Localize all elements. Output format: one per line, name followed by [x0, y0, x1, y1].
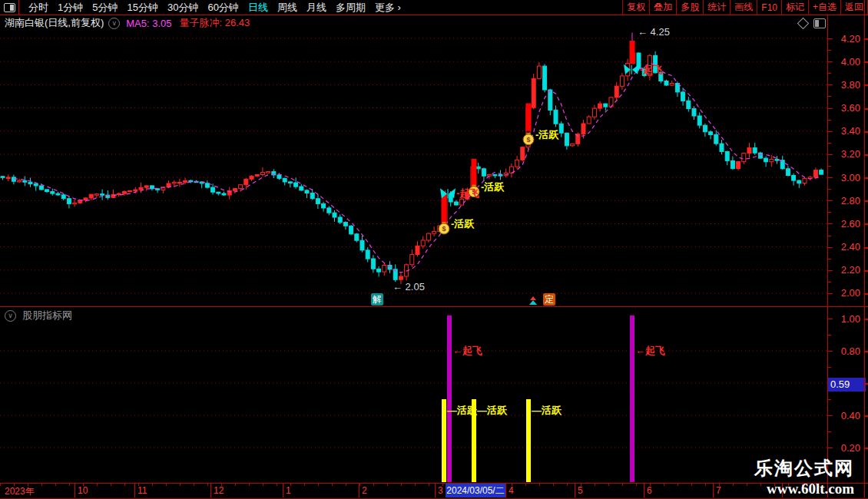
indicator-bar-chart[interactable]: —活跃←起飞—活跃—活跃←起飞	[0, 306, 827, 483]
watermark-url: www.60lt.com	[754, 481, 854, 497]
price-tick	[828, 61, 833, 62]
high-price-annotation: ← 4.25	[638, 26, 670, 38]
price-tick	[828, 270, 833, 271]
price-tick-label: 2.80	[841, 195, 860, 207]
edge-tick	[864, 319, 868, 320]
title-right-icons	[799, 18, 826, 28]
overlay-button[interactable]: 叠加	[649, 0, 676, 15]
indicator-tick-label: 0.80	[841, 345, 860, 357]
adjust-rights-button[interactable]: 复权	[622, 0, 649, 15]
indicator-tick	[828, 415, 833, 416]
chevron-down-icon[interactable]: ∨	[5, 310, 16, 322]
add-watchlist-button[interactable]: +自选	[808, 0, 840, 15]
edge-tick	[864, 154, 868, 156]
window-split-icon[interactable]	[813, 18, 826, 28]
price-tick-label: 2.40	[841, 241, 860, 253]
edge-tick	[864, 38, 868, 40]
price-tick-label: 3.20	[841, 148, 860, 160]
price-tick-label: 4.20	[841, 33, 860, 45]
month-divider	[435, 484, 436, 497]
price-tick	[828, 50, 831, 51]
panel-divider-line	[0, 306, 868, 307]
date-label: 5	[578, 485, 583, 496]
edge-tick	[864, 270, 868, 272]
price-tick	[828, 189, 831, 190]
multi-stock-button[interactable]: 多股	[676, 0, 703, 15]
price-tick	[828, 177, 833, 178]
indicator-tick	[828, 351, 833, 352]
month-divider	[134, 484, 135, 497]
diamond-icon[interactable]	[797, 18, 810, 30]
draw-line-button[interactable]: 画线	[730, 0, 757, 15]
month-divider	[283, 484, 283, 497]
edge-tick	[864, 84, 868, 86]
date-axis[interactable]: 2024/03/05/二 2023年1011121234567	[0, 483, 868, 499]
indicator-bars	[442, 316, 634, 482]
edge-tick	[864, 383, 868, 385]
watermark-site-name: 乐淘公式网	[754, 456, 854, 481]
huoyue-bar-label: —活跃	[477, 405, 508, 416]
indicator-tick-label: 0.40	[841, 410, 860, 421]
price-tick	[828, 293, 833, 294]
price-tick	[828, 236, 831, 236]
date-label: 12	[214, 485, 224, 496]
date-label: 4	[509, 485, 514, 496]
timeframe-intraday[interactable]: 分时	[24, 1, 53, 15]
date-label: 1	[286, 485, 291, 496]
toolbar-separator	[18, 0, 19, 15]
trading-app-window: 分时1分钟5分钟15分钟30分钟60分钟日线周线月线多周期更多 › 复权叠加多股…	[0, 0, 868, 499]
month-divider	[505, 484, 506, 497]
timeframe-multi-period[interactable]: 多周期	[331, 1, 370, 15]
price-tick-label: 4.00	[841, 56, 860, 68]
price-tick	[828, 131, 833, 132]
date-label: 10	[78, 485, 88, 496]
edge-tick	[864, 448, 868, 449]
chevron-down-icon[interactable]: ∨	[108, 18, 120, 29]
indicator-tick-label: 0.20	[841, 442, 860, 454]
price-axis: 4.204.003.803.603.403.203.002.802.602.40…	[828, 15, 864, 306]
price-tick-label: 3.80	[841, 79, 860, 91]
quantum-pulse-value: 量子脉冲: 26.43	[180, 16, 250, 30]
ding-marker-badge[interactable]: 定	[543, 293, 555, 306]
instrument-title: 湖南白银(日线,前复权)	[5, 16, 104, 30]
timeframe-m15[interactable]: 15分钟	[122, 1, 162, 15]
indicator-panel-header: ∨ 股朋指标网	[5, 309, 72, 322]
timeframe-monthly[interactable]: 月线	[302, 1, 331, 15]
f10-button[interactable]: F10	[757, 0, 781, 15]
timeframe-m5[interactable]: 5分钟	[88, 1, 122, 15]
timeframe-daily[interactable]: 日线	[244, 1, 273, 15]
selected-date-badge: 2024/03/05/二	[446, 484, 505, 497]
timeframe-m1[interactable]: 1分钟	[53, 1, 88, 15]
date-label: 2023年	[5, 485, 35, 498]
indicator-panel-name: 股朋指标网	[22, 309, 72, 322]
timeframe-more[interactable]: 更多 ›	[370, 1, 406, 15]
jie-marker-badge[interactable]: 解	[371, 293, 383, 306]
date-label: 3	[438, 485, 443, 496]
money-bag-icon: $	[439, 222, 449, 234]
price-tick-label: 2.60	[841, 218, 860, 230]
edge-tick	[864, 351, 868, 352]
timeframe-m60[interactable]: 60分钟	[203, 1, 243, 15]
timeframe-weekly[interactable]: 周线	[273, 1, 302, 15]
price-tick	[828, 166, 831, 167]
price-tick	[828, 73, 831, 74]
price-tick	[828, 143, 831, 144]
frame-top-line	[0, 15, 868, 15]
watermark: 乐淘公式网 www.60lt.com	[754, 456, 854, 497]
price-tick	[828, 212, 831, 213]
layout-icon[interactable]	[4, 3, 15, 12]
timeframe-m30[interactable]: 30分钟	[163, 1, 203, 15]
huoyue-label: -活跃	[535, 129, 559, 140]
mark-button[interactable]: 标记	[781, 0, 808, 15]
edge-tick	[864, 415, 868, 417]
main-candlestick-chart[interactable]: $-活跃$-活跃$-活跃-起飞-起飞	[0, 15, 827, 306]
money-bag-icon: $	[523, 133, 534, 145]
statistics-button[interactable]: 统计	[703, 0, 730, 15]
timeframe-items: 分时1分钟5分钟15分钟30分钟60分钟日线周线月线多周期更多 ›	[24, 1, 406, 15]
price-tick-label: 2.00	[841, 287, 860, 299]
month-divider	[713, 484, 714, 497]
indicator-tick	[828, 335, 831, 335]
huoyue-bar-label: —活跃	[532, 405, 562, 416]
edge-tick	[864, 200, 868, 202]
right-frame-line	[864, 0, 865, 497]
